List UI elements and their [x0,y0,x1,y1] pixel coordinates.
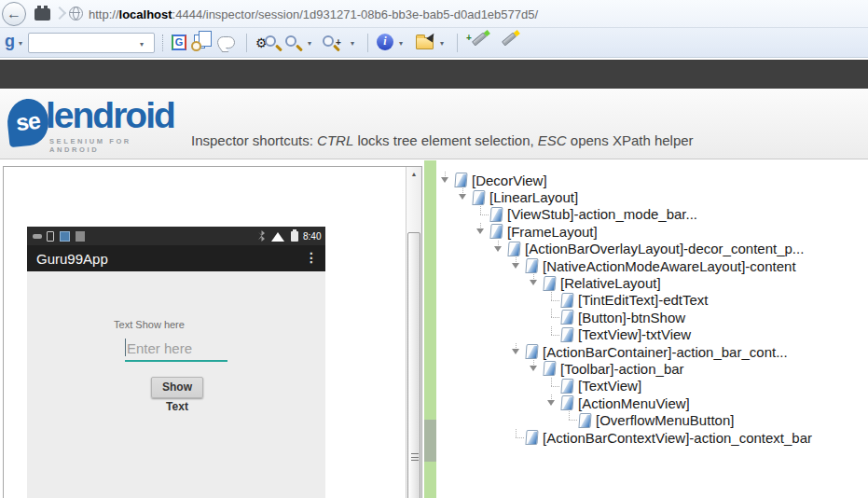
tree-node[interactable]: [NativeActionModeAwareLayout]-content [436,257,868,274]
tree-node[interactable]: [RelativeLayout] [436,274,868,291]
element-label: [ViewStub]-action_mode_bar... [507,206,697,222]
expand-arrow-icon[interactable] [509,257,525,274]
toolbar-separator [367,34,368,52]
expand-arrow-icon[interactable] [527,360,543,377]
bookmarks-folder-icon[interactable] [416,37,434,49]
bluetooth-icon [258,230,265,242]
status-clock: 8:40 [303,231,321,242]
tree-node[interactable]: [DecorView] [436,172,868,188]
wifi-icon [271,232,284,242]
selendroid-logo: se lendroid SELENIUM FOR ANDROID [7,93,185,155]
element-label: [LinearLayout] [489,189,578,205]
expand-arrow-icon[interactable] [562,411,578,428]
tree-node[interactable]: [LinearLayout] [436,188,868,205]
scroll-up-arrow-icon[interactable]: ▲ [406,167,421,182]
element-icon [525,344,538,359]
splitter-handle[interactable] [424,420,436,462]
site-search-magnifier-icon[interactable] [285,35,296,47]
tree-node[interactable]: [ActionMenuView] [436,394,868,411]
bookmarks-dropdown-icon[interactable]: ▾ [440,39,444,48]
tree-node[interactable]: [Button]-btnShow [436,309,868,325]
show-text-button[interactable]: Show Text [151,377,203,398]
expand-arrow-icon[interactable] [509,343,525,360]
search-settings-magnifier-icon[interactable] [265,35,276,47]
text-cursor [125,339,126,356]
toolbar-search-input[interactable] [28,33,155,53]
tree-node[interactable]: [Toolbar]-action_bar [436,360,868,377]
expand-arrow-icon[interactable] [527,274,543,291]
element-label: [OverflowMenuButton] [596,412,734,428]
element-icon [507,242,520,256]
expand-arrow-icon[interactable] [456,188,472,205]
back-button[interactable]: ← [2,2,26,26]
selendroid-tagline: SELENIUM FOR ANDROID [49,137,185,154]
element-icon [454,173,467,187]
url-bar[interactable]: http://localhost:4444/inspector/session/… [89,7,538,21]
highlighter-yellow-icon[interactable] [502,33,517,47]
expand-arrow-icon[interactable] [438,172,454,188]
tree-node[interactable]: [ActionBarContextView]-action_context_ba… [436,429,868,446]
scrollbar-grip-icon [411,453,419,461]
zoom-search-dropdown-icon[interactable]: ▾ [351,39,354,48]
element-icon [472,190,485,205]
element-icon [578,413,591,428]
element-label: [ActionBarContainer]-action_bar_cont... [543,344,788,360]
tree-node[interactable]: [TextView]-txtView [436,326,868,343]
tree-node[interactable]: [ActionBarOverlayLayout]-decor_content_p… [436,241,868,257]
expand-arrow-icon[interactable] [544,378,560,394]
element-icon [489,207,503,222]
highlighter-green-icon[interactable] [472,33,487,47]
element-label: [TintEditText]-edtText [578,292,709,308]
element-icon [525,430,538,445]
element-icon [489,224,503,239]
expand-arrow-icon[interactable] [474,206,489,223]
screenshot-panel: 8:40 Guru99App ⋮ Text Show here Enter he… [3,166,422,498]
toolbar-separator [246,34,247,52]
element-icon [560,327,573,342]
site-search-dropdown-icon[interactable]: ▾ [308,39,311,48]
element-label: [DecorView] [472,173,547,188]
tree-node[interactable]: [ViewStub]-action_mode_bar... [436,206,868,223]
esc-key-label: ESC [538,132,567,148]
google-search-button[interactable]: G [172,35,186,50]
browser-navbar: ← http://localhost:4444/inspector/sessio… [0,0,868,28]
expand-arrow-icon[interactable] [491,241,507,257]
comment-bubble-icon[interactable] [217,36,235,48]
overflow-menu-icon[interactable]: ⋮ [305,250,318,265]
pane-splitter[interactable] [424,160,436,498]
element-icon [560,293,573,308]
pagerank-icon[interactable] [194,35,205,48]
magnifier-plus-icon: + [336,37,341,48]
url-scheme: http:// [89,7,119,21]
page-info-dropdown-icon[interactable]: ▾ [399,39,403,48]
tabs-icon[interactable] [34,8,50,21]
tree-node[interactable]: [ActionBarContainer]-action_bar_cont... [436,343,868,360]
expand-arrow-icon[interactable] [474,223,489,240]
page-info-button[interactable]: i [377,34,393,50]
expand-arrow-icon[interactable] [544,292,560,309]
device-content: Text Show here Enter here Show Text [27,271,325,498]
tree-node[interactable]: [TintEditText]-edtText [436,292,868,309]
expand-arrow-icon[interactable] [509,429,525,446]
url-host: localhost [119,7,172,21]
expand-arrow-icon[interactable] [544,394,560,411]
tree-node[interactable]: [TextView] [436,378,868,394]
expand-arrow-icon[interactable] [544,326,560,343]
tree-node[interactable]: [FrameLayout] [436,223,868,240]
panel-scrollbar[interactable]: ▲ [406,167,421,498]
shortcuts-hint: Inspector shortcuts: CTRL locks tree ele… [191,132,694,148]
google-logo-dropdown-icon[interactable]: ▾ [19,39,22,48]
device-screenshot[interactable]: 8:40 Guru99App ⋮ Text Show here Enter he… [27,227,325,498]
toolbar-separator [457,34,458,52]
scrollbar-thumb[interactable] [407,232,420,498]
expand-arrow-icon[interactable] [544,309,560,325]
edit-text-hint[interactable]: Enter here [127,340,192,356]
battery-icon [291,231,298,242]
search-history-dropdown-icon[interactable]: ▾ [140,40,144,48]
tree-node[interactable]: [OverflowMenuButton] [436,411,868,428]
element-label: [RelativeLayout] [560,275,661,291]
element-label: [TextView] [578,378,641,394]
google-logo-icon[interactable]: g [5,32,15,51]
google-toolbar: g ▾ ▾ G ⚙ ▾ + ▾ i ▾ ▾ + [0,28,868,58]
zoom-search-magnifier-icon[interactable] [323,35,334,47]
